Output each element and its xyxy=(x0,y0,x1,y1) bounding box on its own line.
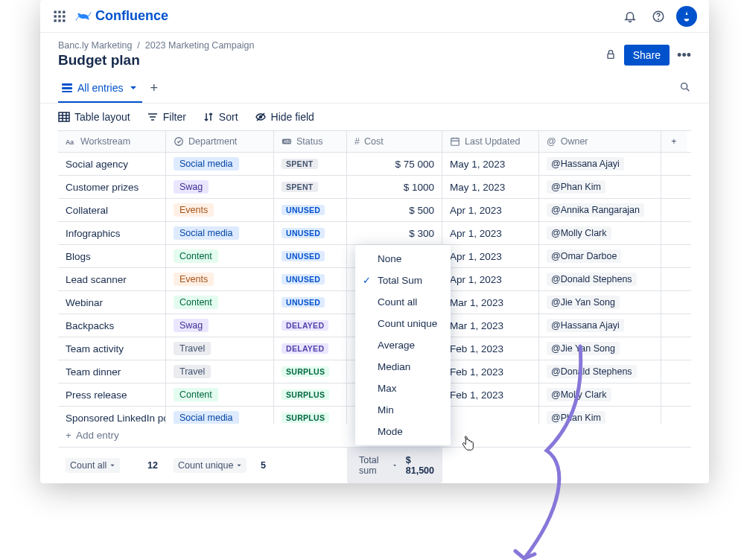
col-status[interactable]: ABC Status xyxy=(274,131,347,152)
view-tab-all-entries[interactable]: All entries xyxy=(58,77,142,103)
owner-mention[interactable]: @Phan Kim xyxy=(547,411,605,424)
cell-status[interactable]: UNUSED xyxy=(274,245,347,267)
search-icon[interactable] xyxy=(679,81,691,100)
cell-department[interactable]: Swag xyxy=(166,314,274,337)
more-actions-icon[interactable]: ••• xyxy=(677,48,691,63)
col-workstream[interactable]: Aa Workstream xyxy=(58,131,166,152)
cell-lastupdated[interactable]: Mar 1, 2023 xyxy=(442,314,539,337)
cell-status[interactable]: SURPLUS xyxy=(274,360,347,383)
footer-col-department[interactable]: Count unique 5 xyxy=(166,448,274,483)
owner-mention[interactable]: @Jie Yan Song xyxy=(547,296,620,309)
cell-status[interactable]: UNUSED xyxy=(274,268,347,290)
cell-workstream[interactable]: Collateral xyxy=(58,199,166,221)
owner-mention[interactable]: @Molly Clark xyxy=(547,388,611,401)
cell-workstream[interactable]: Webinar xyxy=(58,291,166,314)
footer-col-owner[interactable] xyxy=(539,448,661,483)
cell-owner[interactable]: @Hassana Ajayi xyxy=(539,314,661,337)
owner-mention[interactable]: @Annika Rangarajan xyxy=(547,203,644,217)
footer-col-cost[interactable]: Total sum $ 81,500 xyxy=(347,448,442,483)
table-row[interactable]: Social agency Social media SPENT $ 75 00… xyxy=(58,153,691,176)
cell-owner[interactable]: @Phan Kim xyxy=(539,176,661,198)
owner-mention[interactable]: @Donald Stephens xyxy=(547,273,637,286)
footer-col-status[interactable] xyxy=(274,448,347,483)
notifications-icon[interactable] xyxy=(620,6,640,27)
cell-cost[interactable]: $ 300 xyxy=(347,222,442,244)
col-lastupdated[interactable]: Last Updated xyxy=(442,131,539,152)
cell-owner[interactable]: @Omar Darboe xyxy=(539,245,661,267)
dropdown-item[interactable]: Total Sum xyxy=(355,270,451,291)
cell-owner[interactable]: @Donald Stephens xyxy=(539,360,661,383)
cell-cost[interactable]: $ 75 000 xyxy=(347,153,442,175)
cell-department[interactable]: Social media xyxy=(166,222,274,244)
cell-lastupdated[interactable]: Feb 1, 2023 xyxy=(442,360,539,383)
cell-lastupdated[interactable]: Apr 1, 2023 xyxy=(442,222,539,244)
cell-owner[interactable]: @Jie Yan Song xyxy=(539,337,661,360)
dropdown-item[interactable]: Median xyxy=(355,356,451,378)
cell-status[interactable]: SURPLUS xyxy=(274,384,347,406)
cell-workstream[interactable]: Team activity xyxy=(58,337,166,360)
cell-department[interactable]: Content xyxy=(166,384,274,406)
dropdown-item[interactable]: None xyxy=(355,248,451,270)
owner-mention[interactable]: @Molly Clark xyxy=(547,226,611,240)
table-layout-button[interactable]: Table layout xyxy=(58,111,130,123)
cell-status[interactable]: DELAYED xyxy=(274,337,347,360)
cell-lastupdated[interactable]: Feb 1, 2023 xyxy=(442,337,539,360)
cell-status[interactable]: SURPLUS xyxy=(274,407,347,424)
cell-department[interactable]: Social media xyxy=(166,153,274,175)
cell-lastupdated[interactable]: Apr 1, 2023 xyxy=(442,245,539,267)
footer-col-workstream[interactable]: Count all 12 xyxy=(58,448,166,483)
cell-workstream[interactable]: Lead scanner xyxy=(58,268,166,290)
cell-workstream[interactable]: Infographics xyxy=(58,222,166,244)
owner-mention[interactable]: @Jie Yan Song xyxy=(547,342,620,355)
owner-mention[interactable]: @Phan Kim xyxy=(547,180,605,194)
hide-field-button[interactable]: Hide field xyxy=(255,111,314,123)
cell-department[interactable]: Events xyxy=(166,199,274,221)
restrictions-icon[interactable] xyxy=(605,48,617,63)
cell-lastupdated[interactable] xyxy=(442,407,539,424)
cell-department[interactable]: Events xyxy=(166,268,274,290)
sort-button[interactable]: Sort xyxy=(203,111,238,123)
cell-owner[interactable]: @Hassana Ajayi xyxy=(539,153,661,175)
cell-lastupdated[interactable]: Apr 1, 2023 xyxy=(442,268,539,290)
cell-owner[interactable]: @Molly Clark xyxy=(539,384,661,406)
cell-owner[interactable]: @Annika Rangarajan xyxy=(539,199,661,221)
filter-button[interactable]: Filter xyxy=(147,111,186,123)
cell-owner[interactable]: @Jie Yan Song xyxy=(539,291,661,314)
cell-workstream[interactable]: Social agency xyxy=(58,153,166,175)
table-row[interactable]: Customer prizes Swag SPENT $ 1000 May 1,… xyxy=(58,176,691,199)
dropdown-item[interactable]: Mode xyxy=(355,421,451,442)
cell-owner[interactable]: @Molly Clark xyxy=(539,222,661,244)
cell-status[interactable]: SPENT xyxy=(274,153,347,175)
cell-cost[interactable]: $ 1000 xyxy=(347,176,442,198)
table-row[interactable]: Collateral Events UNUSED $ 500 Apr 1, 20… xyxy=(58,199,691,222)
dropdown-item[interactable]: Min xyxy=(355,399,451,421)
cell-department[interactable]: Content xyxy=(166,291,274,314)
table-row[interactable]: Infographics Social media UNUSED $ 300 A… xyxy=(58,222,691,245)
owner-mention[interactable]: @Donald Stephens xyxy=(547,365,637,378)
cell-status[interactable]: UNUSED xyxy=(274,222,347,244)
owner-mention[interactable]: @Hassana Ajayi xyxy=(547,157,624,171)
breadcrumb-parent[interactable]: 2023 Marketing Campaign xyxy=(145,40,255,51)
col-department[interactable]: Department xyxy=(166,131,274,152)
cell-lastupdated[interactable]: May 1, 2023 xyxy=(442,153,539,175)
dropdown-item[interactable]: Average xyxy=(355,334,451,356)
breadcrumb-space[interactable]: Banc.ly Marketing xyxy=(58,40,132,51)
cell-workstream[interactable]: Team dinner xyxy=(58,360,166,383)
cell-lastupdated[interactable]: Feb 1, 2023 xyxy=(442,384,539,406)
cell-workstream[interactable]: Press release xyxy=(58,384,166,406)
cell-lastupdated[interactable]: Mar 1, 2023 xyxy=(442,291,539,314)
cell-lastupdated[interactable]: Apr 1, 2023 xyxy=(442,199,539,221)
cell-department[interactable]: Travel xyxy=(166,360,274,383)
cell-department[interactable]: Social media xyxy=(166,407,274,424)
brand-logo[interactable]: Confluence xyxy=(74,7,168,25)
col-cost[interactable]: # Cost xyxy=(347,131,442,152)
cell-department[interactable]: Swag xyxy=(166,176,274,198)
cell-status[interactable]: UNUSED xyxy=(274,291,347,314)
cell-workstream[interactable]: Customer prizes xyxy=(58,176,166,198)
user-avatar[interactable] xyxy=(676,6,697,27)
dropdown-item[interactable]: Max xyxy=(355,378,451,399)
share-button[interactable]: Share xyxy=(624,45,670,66)
owner-mention[interactable]: @Hassana Ajayi xyxy=(547,319,624,332)
dropdown-item[interactable]: Count unique xyxy=(355,313,451,334)
cell-workstream[interactable]: Backpacks xyxy=(58,314,166,337)
